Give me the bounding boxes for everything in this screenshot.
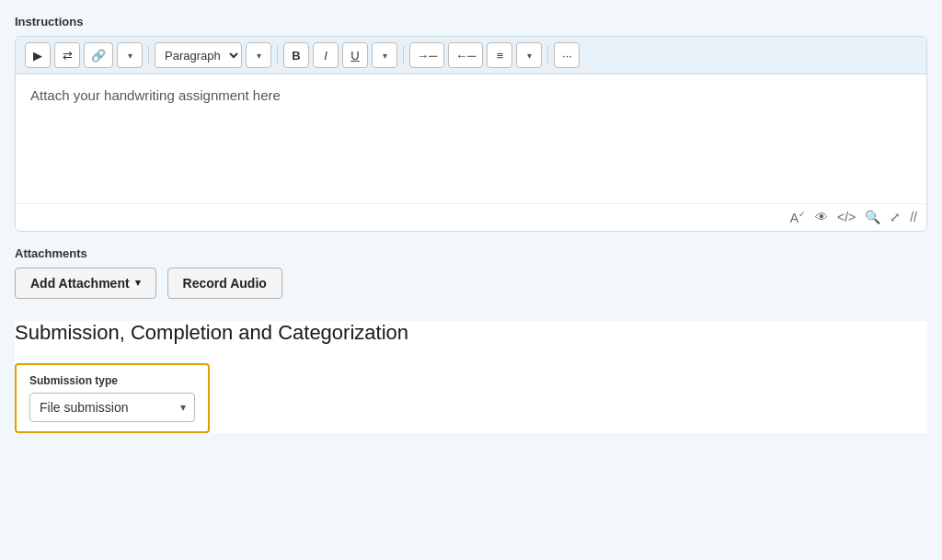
toolbar-paragraph-dropdown-btn[interactable]: ▾: [246, 42, 271, 68]
submission-type-select-wrapper: File submission Online text No submissio…: [29, 393, 195, 422]
add-attachment-button[interactable]: Add Attachment ▾: [15, 268, 156, 299]
toolbar-more-btn[interactable]: ···: [554, 42, 580, 68]
toolbar-indent-right-btn[interactable]: →─: [409, 42, 444, 68]
editor-footer-code-icon[interactable]: </>: [837, 210, 856, 225]
editor-content-area[interactable]: Attach your handwriting assignment here: [16, 74, 926, 203]
attachments-section: Attachments Add Attachment ▾ Record Audi…: [15, 246, 927, 299]
instructions-label: Instructions: [15, 15, 927, 29]
toolbar-sep-1: [148, 46, 149, 64]
toolbar-link-btn[interactable]: 🔗: [84, 42, 113, 68]
submission-completion-heading: Submission, Completion and Categorizatio…: [15, 321, 927, 345]
toolbar-sep-2: [277, 46, 278, 64]
submission-type-field-group: Submission type File submission Online t…: [15, 363, 210, 433]
editor-footer-collapse-icon[interactable]: //: [910, 210, 917, 225]
toolbar-italic-btn[interactable]: I: [313, 42, 339, 68]
editor-placeholder-text: Attach your handwriting assignment here: [30, 87, 281, 103]
add-attachment-chevron-icon: ▾: [135, 277, 141, 289]
toolbar-indent-left-btn[interactable]: ←─: [448, 42, 483, 68]
toolbar-transform-btn[interactable]: ⇄: [54, 42, 80, 68]
editor-footer-fullscreen-icon[interactable]: ⤢: [890, 210, 901, 225]
editor-footer: A✓ 👁 </> 🔍 ⤢ //: [16, 203, 926, 231]
attachments-label: Attachments: [15, 246, 927, 260]
toolbar-media-dropdown-btn[interactable]: ▾: [117, 42, 143, 68]
toolbar-play-btn[interactable]: ▶: [25, 42, 51, 68]
editor-footer-accessibility-icon[interactable]: 👁: [815, 210, 828, 225]
record-audio-label: Record Audio: [183, 276, 267, 291]
toolbar-list-btn[interactable]: ≡: [487, 42, 512, 68]
toolbar-list-dropdown-btn[interactable]: ▾: [516, 42, 542, 68]
toolbar-bold-btn[interactable]: B: [283, 42, 309, 68]
attachment-buttons-group: Add Attachment ▾ Record Audio: [15, 268, 927, 299]
editor-toolbar: ▶ ⇄ 🔗 ▾ Paragraph Heading 1 Heading 2 ▾ …: [16, 37, 926, 74]
submission-completion-section: Submission, Completion and Categorizatio…: [15, 321, 927, 433]
editor-footer-spellcheck-icon[interactable]: A✓: [790, 210, 806, 225]
toolbar-format-dropdown-btn[interactable]: ▾: [372, 42, 397, 68]
submission-type-select[interactable]: File submission Online text No submissio…: [29, 393, 195, 422]
instructions-editor: ▶ ⇄ 🔗 ▾ Paragraph Heading 1 Heading 2 ▾ …: [15, 36, 927, 232]
toolbar-sep-3: [403, 46, 404, 64]
submission-type-label: Submission type: [29, 374, 195, 387]
record-audio-button[interactable]: Record Audio: [167, 268, 282, 299]
editor-footer-search-icon[interactable]: 🔍: [865, 210, 880, 225]
toolbar-underline-btn[interactable]: U: [342, 42, 368, 68]
toolbar-sep-4: [547, 46, 548, 64]
add-attachment-label: Add Attachment: [30, 276, 130, 291]
toolbar-paragraph-select[interactable]: Paragraph Heading 1 Heading 2: [155, 42, 242, 68]
